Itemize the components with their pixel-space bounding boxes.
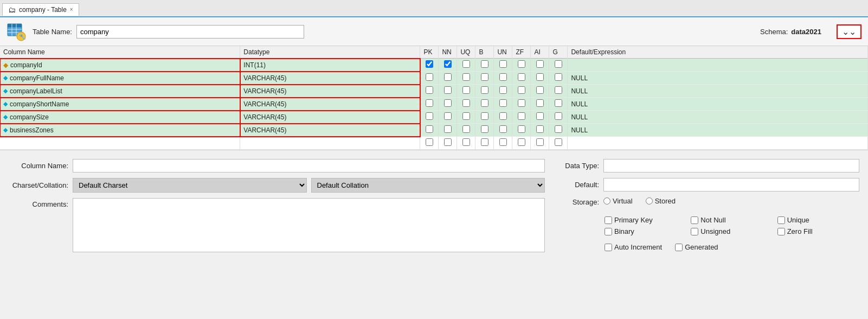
- bottom-layout: Column Name: Charset/Collation: Default …: [9, 159, 859, 252]
- col-b-checkbox[interactable]: [481, 99, 488, 107]
- auto-increment-checkbox[interactable]: [605, 244, 612, 251]
- zero-fill-checkbox[interactable]: [777, 228, 785, 235]
- unique-checkbox[interactable]: [777, 216, 785, 224]
- col-uq-checkbox[interactable]: [462, 73, 470, 81]
- virtual-radio-group[interactable]: Virtual: [603, 197, 633, 205]
- collapse-button[interactable]: ⌄⌄: [837, 24, 861, 39]
- column-name-text: businessZones: [10, 126, 54, 134]
- tab-close-button[interactable]: ×: [70, 7, 73, 12]
- col-g-checkbox[interactable]: [555, 125, 562, 133]
- empty-checkbox[interactable]: [444, 138, 452, 146]
- col-pk-checkbox[interactable]: [426, 73, 433, 81]
- col-uq-checkbox[interactable]: [462, 60, 470, 68]
- col-g-checkbox[interactable]: [555, 60, 562, 68]
- col-b-checkbox[interactable]: [481, 125, 488, 133]
- collation-select[interactable]: Default Collation: [311, 178, 545, 193]
- table-row: ◆companyFullNameVARCHAR(45)NULL: [0, 72, 868, 85]
- generated-checkbox-group[interactable]: Generated: [675, 243, 718, 251]
- col-un-checkbox[interactable]: [499, 86, 507, 94]
- stored-radio-group[interactable]: Stored: [646, 197, 676, 205]
- col-zf-checkbox[interactable]: [518, 60, 525, 68]
- column-name-label: Column Name:: [9, 162, 68, 170]
- col-nn-checkbox[interactable]: [444, 73, 452, 81]
- col-uq-checkbox[interactable]: [462, 112, 470, 120]
- col-pk-checkbox[interactable]: [426, 99, 433, 107]
- binary-checkbox-group[interactable]: Binary: [605, 227, 686, 235]
- primary-key-checkbox[interactable]: [605, 216, 612, 224]
- col-un-checkbox[interactable]: [499, 125, 507, 133]
- col-nn-cell: [439, 85, 457, 98]
- empty-checkbox[interactable]: [536, 138, 544, 146]
- col-b-checkbox[interactable]: [481, 73, 488, 81]
- col-un-checkbox[interactable]: [499, 60, 507, 68]
- col-nn-checkbox[interactable]: [444, 99, 452, 107]
- empty-checkbox[interactable]: [426, 138, 433, 146]
- empty-checkbox[interactable]: [481, 138, 488, 146]
- col-uq-checkbox[interactable]: [462, 125, 470, 133]
- col-nn-checkbox[interactable]: [444, 112, 452, 120]
- col-nn-checkbox[interactable]: [444, 125, 452, 133]
- col-pk-checkbox[interactable]: [426, 112, 433, 120]
- col-ai-checkbox[interactable]: [536, 99, 544, 107]
- unsigned-checkbox-group[interactable]: Unsigned: [691, 227, 773, 235]
- col-zf-checkbox[interactable]: [518, 99, 525, 107]
- not-null-checkbox[interactable]: [691, 216, 698, 224]
- col-zf-checkbox[interactable]: [518, 86, 525, 94]
- table-row: ◆companyIdINT(11): [0, 59, 868, 72]
- col-ai-checkbox[interactable]: [536, 60, 544, 68]
- col-g-checkbox[interactable]: [555, 86, 562, 94]
- col-uq-checkbox[interactable]: [462, 86, 470, 94]
- not-null-checkbox-group[interactable]: Not Null: [691, 216, 773, 224]
- col-nn-checkbox[interactable]: [444, 86, 452, 94]
- col-ai-checkbox[interactable]: [536, 112, 544, 120]
- col-b-cell: [475, 124, 494, 137]
- empty-cell: [568, 137, 868, 150]
- charset-select[interactable]: Default Charset: [73, 178, 307, 193]
- binary-checkbox[interactable]: [605, 228, 612, 235]
- auto-gen-row: Auto Increment Generated: [605, 243, 859, 251]
- col-uq-cell: [457, 111, 475, 124]
- binary-label: Binary: [614, 227, 634, 235]
- column-name-input[interactable]: [73, 159, 545, 173]
- col-un-checkbox[interactable]: [499, 73, 507, 81]
- col-b-checkbox[interactable]: [481, 112, 488, 120]
- col-ai-checkbox[interactable]: [536, 73, 544, 81]
- col-zf-checkbox[interactable]: [518, 125, 525, 133]
- col-pk-checkbox[interactable]: [426, 125, 433, 133]
- col-nn-checkbox[interactable]: [444, 60, 452, 68]
- col-g-checkbox[interactable]: [555, 112, 562, 120]
- col-un-checkbox[interactable]: [499, 99, 507, 107]
- col-uq-checkbox[interactable]: [462, 99, 470, 107]
- col-un-cell: [494, 98, 512, 111]
- col-b-checkbox[interactable]: [481, 60, 488, 68]
- zero-fill-checkbox-group[interactable]: Zero Fill: [777, 227, 859, 235]
- col-ai-checkbox[interactable]: [536, 125, 544, 133]
- empty-checkbox[interactable]: [462, 138, 470, 146]
- table-name-label: Table Name:: [33, 28, 72, 36]
- col-g-checkbox[interactable]: [555, 99, 562, 107]
- primary-key-checkbox-group[interactable]: Primary Key: [605, 216, 686, 224]
- empty-checkbox[interactable]: [518, 138, 525, 146]
- col-g-checkbox[interactable]: [555, 73, 562, 81]
- auto-increment-checkbox-group[interactable]: Auto Increment: [605, 243, 662, 251]
- unique-checkbox-group[interactable]: Unique: [777, 216, 859, 224]
- comments-textarea[interactable]: [73, 198, 545, 252]
- col-zf-checkbox[interactable]: [518, 73, 525, 81]
- empty-checkbox[interactable]: [555, 138, 562, 146]
- table-row: ◆companyLabelListVARCHAR(45)NULL: [0, 85, 868, 98]
- default-input[interactable]: [603, 178, 859, 192]
- col-pk-checkbox[interactable]: [426, 60, 433, 68]
- empty-checkbox[interactable]: [499, 138, 507, 146]
- company-tab[interactable]: 🗂 company - Table ×: [2, 3, 79, 16]
- col-pk-checkbox[interactable]: [426, 86, 433, 94]
- generated-checkbox[interactable]: [675, 244, 683, 251]
- virtual-radio[interactable]: [603, 197, 610, 205]
- col-un-checkbox[interactable]: [499, 112, 507, 120]
- col-zf-checkbox[interactable]: [518, 112, 525, 120]
- col-b-checkbox[interactable]: [481, 86, 488, 94]
- data-type-input[interactable]: [603, 159, 859, 173]
- table-name-input[interactable]: [76, 25, 304, 39]
- stored-radio[interactable]: [646, 197, 653, 205]
- unsigned-checkbox[interactable]: [691, 228, 698, 235]
- col-ai-checkbox[interactable]: [536, 86, 544, 94]
